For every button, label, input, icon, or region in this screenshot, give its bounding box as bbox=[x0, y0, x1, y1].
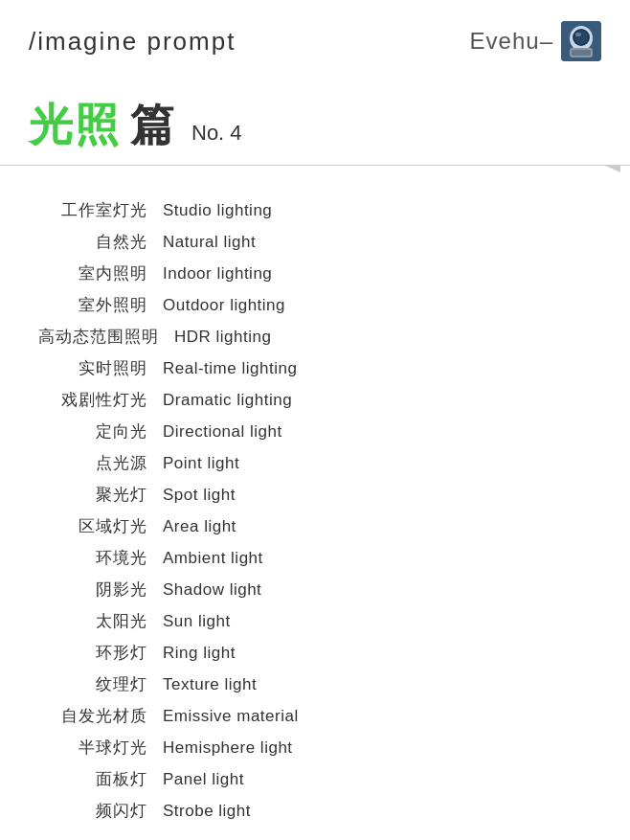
list-item: 面板灯Panel light bbox=[38, 763, 592, 795]
item-en-label: Spot light bbox=[163, 486, 236, 505]
list-item: 工作室灯光Studio lighting bbox=[38, 194, 592, 226]
list-item: 室内照明Indoor lighting bbox=[38, 258, 592, 289]
list-item: 纹理灯Texture light bbox=[38, 669, 592, 700]
item-cn-label: 室外照明 bbox=[38, 294, 163, 316]
avatar-image bbox=[561, 21, 601, 61]
item-cn-label: 太阳光 bbox=[38, 610, 163, 632]
content-area: 工作室灯光Studio lighting自然光Natural light室内照明… bbox=[0, 166, 630, 840]
item-en-label: Dramatic lighting bbox=[163, 391, 292, 410]
list-item: 区域灯光Area light bbox=[38, 511, 592, 542]
item-en-label: HDR lighting bbox=[174, 328, 271, 347]
page-title-section: 光照篇 No. 4 bbox=[0, 79, 630, 166]
item-cn-label: 自然光 bbox=[38, 231, 163, 253]
item-en-label: Strobe light bbox=[163, 802, 251, 821]
list-item: 室外照明Outdoor lighting bbox=[38, 289, 592, 321]
item-en-label: Emissive material bbox=[163, 707, 299, 726]
item-cn-label: 高动态范围照明 bbox=[38, 326, 174, 348]
list-item: 环境光Ambient light bbox=[38, 542, 592, 574]
list-item: 戏剧性灯光Dramatic lighting bbox=[38, 384, 592, 416]
list-item: 频闪灯Strobe light bbox=[38, 795, 592, 827]
item-cn-label: 阴影光 bbox=[38, 579, 163, 601]
page-title-cn-green: 光照 bbox=[29, 96, 121, 155]
item-cn-label: 聚光灯 bbox=[38, 484, 163, 506]
item-cn-label: 频闪灯 bbox=[38, 800, 163, 822]
list-item: 环形灯Ring light bbox=[38, 637, 592, 669]
item-cn-label: 环境光 bbox=[38, 547, 163, 569]
item-en-label: Hemisphere light bbox=[163, 738, 293, 758]
list-item: 阴影光Shadow light bbox=[38, 574, 592, 605]
lighting-list: 工作室灯光Studio lighting自然光Natural light室内照明… bbox=[38, 194, 592, 827]
item-cn-label: 纹理灯 bbox=[38, 673, 163, 695]
item-en-label: Studio lighting bbox=[163, 201, 272, 220]
item-en-label: Point light bbox=[163, 454, 239, 473]
page-title-cn-black: 篇 bbox=[130, 96, 176, 155]
item-cn-label: 实时照明 bbox=[38, 357, 163, 379]
list-item: 自然光Natural light bbox=[38, 226, 592, 258]
item-en-label: Natural light bbox=[163, 233, 256, 252]
list-item: 半球灯光Hemisphere light bbox=[38, 732, 592, 763]
item-cn-label: 面板灯 bbox=[38, 768, 163, 790]
list-item: 定向光Directional light bbox=[38, 416, 592, 447]
item-en-label: Shadow light bbox=[163, 580, 261, 600]
svg-point-4 bbox=[575, 33, 581, 36]
item-en-label: Ambient light bbox=[163, 549, 263, 568]
list-item: 点光源Point light bbox=[38, 447, 592, 479]
item-en-label: Texture light bbox=[163, 675, 257, 694]
header: /imagine prompt Evehu– bbox=[0, 0, 630, 79]
item-cn-label: 点光源 bbox=[38, 452, 163, 474]
header-brand: Evehu– bbox=[470, 28, 553, 55]
header-right: Evehu– bbox=[470, 21, 601, 61]
item-cn-label: 区域灯光 bbox=[38, 515, 163, 537]
item-en-label: Panel light bbox=[163, 770, 244, 789]
item-cn-label: 室内照明 bbox=[38, 262, 163, 284]
svg-rect-6 bbox=[572, 50, 591, 56]
item-en-label: Area light bbox=[163, 517, 236, 536]
list-item: 聚光灯Spot light bbox=[38, 479, 592, 511]
svg-point-3 bbox=[574, 31, 588, 44]
item-cn-label: 半球灯光 bbox=[38, 737, 163, 759]
item-en-label: Ring light bbox=[163, 644, 236, 663]
item-en-label: Real-time lighting bbox=[163, 359, 297, 378]
item-cn-label: 工作室灯光 bbox=[38, 199, 163, 221]
list-item: 高动态范围照明HDR lighting bbox=[38, 321, 592, 352]
avatar bbox=[561, 21, 601, 61]
item-en-label: Indoor lighting bbox=[163, 264, 272, 284]
item-cn-label: 戏剧性灯光 bbox=[38, 389, 163, 411]
item-en-label: Sun light bbox=[163, 612, 231, 631]
list-item: 自发光材质Emissive material bbox=[38, 700, 592, 732]
list-item: 太阳光Sun light bbox=[38, 605, 592, 637]
item-en-label: Directional light bbox=[163, 422, 282, 442]
item-cn-label: 定向光 bbox=[38, 420, 163, 443]
list-item: 实时照明Real-time lighting bbox=[38, 352, 592, 384]
header-title: /imagine prompt bbox=[29, 27, 236, 57]
page-title-number: No. 4 bbox=[191, 121, 242, 146]
item-cn-label: 自发光材质 bbox=[38, 705, 163, 727]
item-cn-label: 环形灯 bbox=[38, 642, 163, 664]
item-en-label: Outdoor lighting bbox=[163, 296, 285, 315]
